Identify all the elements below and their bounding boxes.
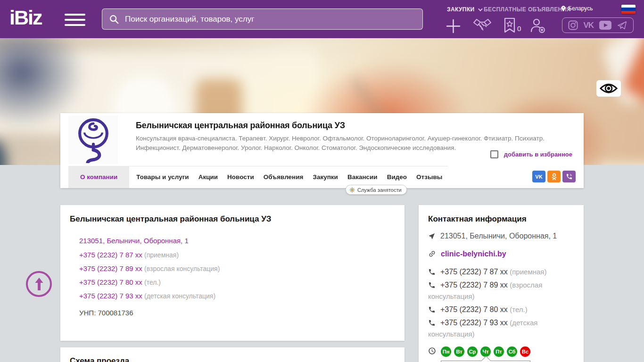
hygieia-bowl-emblem-icon	[73, 117, 114, 163]
phone-link[interactable]: +375 (2232) 7 93 хх	[79, 292, 142, 300]
handshake-icon	[473, 18, 492, 34]
phone-row: +375 (2232) 7 80 хх (тел.)	[79, 279, 395, 286]
tab-7[interactable]: Вакансии	[347, 173, 378, 181]
contact-phone-number[interactable]: +375 (2232) 7 89 хх	[440, 281, 508, 289]
contact-phone-list: +375 (2232) 7 87 хх (приемная)+375 (2232…	[428, 266, 574, 340]
contact-phone-number[interactable]: +375 (2232) 7 80 хх	[440, 305, 508, 313]
phone-note: (приемная)	[144, 251, 179, 259]
search-bar	[102, 8, 423, 30]
tab-8[interactable]: Видео	[387, 173, 407, 181]
plus-icon	[446, 19, 461, 33]
phone-note: (тел.)	[144, 279, 161, 286]
company-vk-button[interactable]: VK	[532, 171, 545, 182]
schedule-day-Сб[interactable]: Сб	[507, 346, 517, 357]
add-user-icon	[529, 18, 545, 33]
partners-button[interactable]	[473, 18, 492, 36]
site-header: iBiz ЗАКУПКИ БЕСПЛАТНЫЕ ОБЪЯВЛЕНИЯ Белар…	[0, 0, 644, 38]
about-company-card: Белыничская центральная районная больниц…	[60, 205, 405, 341]
unp-number: УНП: 700081736	[79, 309, 395, 317]
favorites-button[interactable]	[504, 17, 516, 35]
schedule-day-Вт[interactable]: Вт	[454, 346, 464, 357]
tab-5[interactable]: Объявления	[264, 173, 304, 181]
arrow-up-icon	[34, 277, 44, 291]
company-ok-button[interactable]	[547, 171, 561, 182]
add-to-favorites[interactable]: добавить в избранное	[490, 150, 572, 158]
contact-info-card: Контактная информация 213051, Белыничи, …	[419, 205, 584, 362]
menu-icon[interactable]	[65, 14, 85, 26]
company-socials: VK	[532, 171, 576, 182]
favorite-label: добавить в избранное	[504, 151, 572, 158]
nav-purchases[interactable]: ЗАКУПКИ	[447, 6, 481, 13]
clock-icon	[428, 347, 436, 355]
eye-icon	[600, 82, 618, 94]
add-company-button[interactable]	[446, 19, 461, 35]
phone-link[interactable]: +375 (2232) 7 89 хх	[79, 264, 142, 272]
tab-4[interactable]: Новости	[227, 173, 254, 181]
telegram-icon[interactable]	[617, 20, 627, 30]
contact-phone-row: +375 (2232) 7 87 хх (приемная)	[428, 266, 574, 278]
contact-phone-row: +375 (2232) 7 89 хх (взрослая консультац…	[428, 280, 574, 302]
tab-6[interactable]: Закупки	[313, 173, 338, 181]
search-input[interactable]	[125, 15, 422, 24]
phone-list: +375 (2232) 7 87 хх (приемная)+375 (2232…	[79, 251, 395, 300]
contact-phone-number[interactable]: +375 (2232) 7 87 хх	[440, 268, 508, 276]
accessibility-eye-button[interactable]	[596, 80, 621, 97]
language-flag-ru[interactable]	[621, 5, 636, 14]
company-address-link[interactable]: 213051, Белыничи, Оборонная, 1	[79, 237, 189, 245]
country-label: Беларусь	[568, 5, 593, 12]
nav-free-ads[interactable]: БЕСПЛАТНЫЕ ОБЪЯВЛЕНИЯ	[484, 6, 571, 13]
contact-phone-number[interactable]: +375 (2232) 7 93 хх	[440, 319, 508, 327]
favorite-checkbox[interactable]	[490, 150, 498, 158]
site-logo[interactable]: iBiz	[9, 6, 41, 29]
contact-address-row: 213051, Белыничи, Оборонная, 1	[428, 230, 574, 242]
country-selector[interactable]: Беларусь	[560, 5, 593, 12]
phone-row: +375 (2232) 7 93 хх (детская консультаци…	[79, 292, 395, 300]
company-title: Белыничская центральная районная больниц…	[136, 121, 345, 131]
map-card: Схема проезда	[60, 347, 405, 362]
schedule-row: ПнВтСрЧтПтСбВс	[428, 346, 574, 357]
scroll-to-top-button[interactable]	[26, 271, 52, 297]
bookmark-star-icon	[504, 17, 516, 33]
tab-3[interactable]: Акции	[198, 173, 218, 181]
contact-title: Контактная информация	[428, 214, 574, 224]
page-root: iBiz ЗАКУПКИ БЕСПЛАТНЫЕ ОБЪЯВЛЕНИЯ Белар…	[0, 0, 644, 362]
schedule-day-Пн[interactable]: Пн	[441, 346, 451, 357]
navigation-arrow-icon	[428, 232, 436, 240]
schedule-day-Ср[interactable]: Ср	[467, 346, 478, 357]
employment-service-tooltip: Служба занятости	[346, 185, 407, 195]
company-viber-button[interactable]	[562, 171, 576, 182]
login-button[interactable]	[529, 18, 545, 35]
link-icon	[426, 248, 438, 259]
employment-service-icon	[349, 187, 355, 193]
search-icon	[109, 14, 119, 25]
schedule-days: ПнВтСрЧтПтСбВс	[441, 347, 533, 355]
phone-icon	[428, 306, 436, 313]
phone-link[interactable]: +375 (2232) 7 87 хх	[79, 251, 142, 259]
company-logo	[68, 115, 118, 164]
location-pin-icon	[560, 5, 567, 12]
company-description: Консультация врача-специалиста. Терапевт…	[136, 134, 560, 152]
map-title: Схема проезда	[70, 356, 395, 362]
schedule-day-Чт[interactable]: Чт	[480, 346, 491, 357]
contact-phone-row: +375 (2232) 7 93 хх (детская консультаци…	[428, 317, 574, 340]
contact-phone-row: +375 (2232) 7 80 хх (тел.)	[428, 304, 574, 315]
schedule-day-Пт[interactable]: Пт	[494, 346, 504, 357]
tooltip-caret	[481, 356, 491, 362]
employment-service-label: Служба занятости	[357, 187, 402, 193]
phone-link[interactable]: +375 (2232) 7 80 хх	[79, 278, 142, 286]
company-tabs: О компанииТовары и услугиАкцииНовостиОбъ…	[60, 166, 584, 188]
nav-purchases-label: ЗАКУПКИ	[447, 6, 475, 13]
tab-1[interactable]: О компании	[68, 166, 129, 188]
company-website-link[interactable]: clinic-belynichi.by	[441, 250, 506, 258]
company-header-card: Белыничская центральная районная больниц…	[60, 113, 584, 188]
instagram-icon[interactable]	[568, 20, 578, 30]
schedule-day-Вс[interactable]: Вс	[520, 346, 530, 357]
tab-2[interactable]: Товары и услуги	[136, 173, 189, 181]
tab-9[interactable]: Отзывы	[416, 173, 442, 181]
phone-note: (взрослая консультация)	[144, 265, 220, 272]
vk-icon[interactable]: VK	[583, 21, 594, 30]
youtube-icon[interactable]	[599, 21, 611, 30]
phone-icon	[428, 319, 436, 327]
chevron-down-icon	[478, 7, 483, 11]
social-links: VK	[562, 17, 634, 33]
